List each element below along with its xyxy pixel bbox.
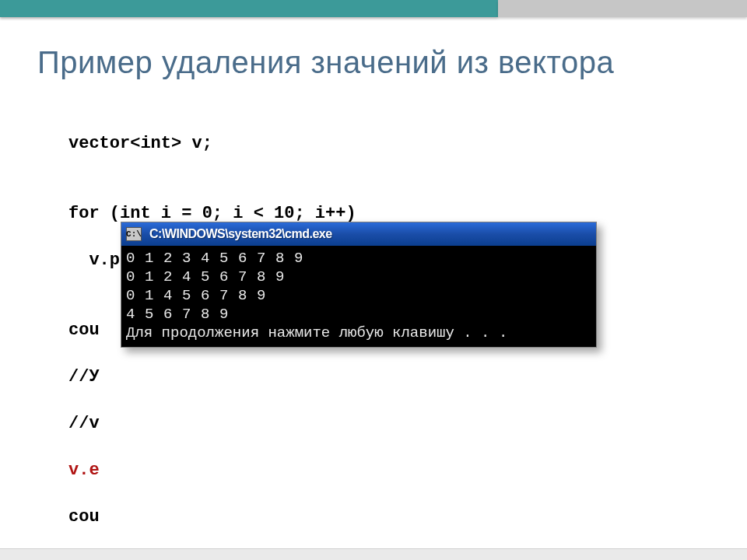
console-row: 01456789	[126, 286, 591, 305]
decorative-top-bands	[0, 0, 747, 17]
code-line: cou	[68, 506, 418, 529]
console-window: C:\ C:\WINDOWS\system32\cmd.exe 01234567…	[121, 222, 597, 348]
slide-title: Пример удаления значений из вектора	[37, 45, 614, 80]
console-row: 0123456789	[126, 249, 591, 268]
bottom-edge-shadow	[0, 548, 747, 560]
code-line: //У	[68, 366, 418, 389]
console-row: 456789	[126, 305, 591, 324]
console-prompt: Для продолжения нажмите любую клавишу . …	[126, 324, 591, 342]
teal-band	[0, 0, 498, 17]
console-row: 012456789	[126, 268, 591, 286]
slide: Пример удаления значений из вектора vect…	[0, 0, 747, 560]
cmd-icon: C:\	[126, 227, 142, 241]
code-line: //v	[68, 412, 418, 436]
code-line: vector<int> v;	[68, 132, 418, 156]
console-title-text: C:\WINDOWS\system32\cmd.exe	[149, 227, 332, 241]
grey-band	[498, 0, 747, 17]
console-output: 012345678901245678901456789456789Для про…	[121, 246, 596, 347]
code-line: v.e	[68, 459, 418, 482]
console-titlebar: C:\ C:\WINDOWS\system32\cmd.exe	[121, 222, 596, 246]
